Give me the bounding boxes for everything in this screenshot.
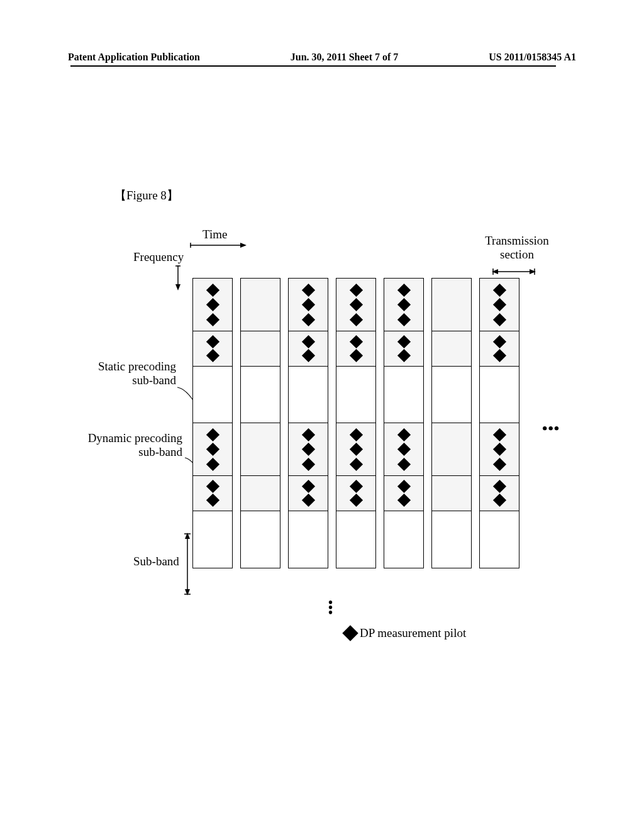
- static-precoding-label: Static precoding sub-band: [75, 360, 176, 387]
- dp-pilot-icon: [301, 283, 314, 296]
- dp-pilot-icon: [206, 298, 219, 311]
- dp-pilot-icon: [349, 335, 362, 348]
- dynamic-sub-band-cell: [241, 331, 280, 367]
- static-sub-band-cell: [289, 367, 328, 423]
- horizontal-continuation-icon: •••: [542, 420, 560, 437]
- pilot-markers: [384, 476, 423, 511]
- dynamic-sub-band-cell: [384, 279, 423, 331]
- dp-pilot-icon: [492, 457, 506, 470]
- dp-pilot-icon: [397, 349, 410, 362]
- figure-diagram: Time Frequency Transmission section Stat…: [89, 228, 555, 680]
- dynamic-sub-band-cell: [480, 331, 519, 367]
- pilot-markers: [336, 279, 375, 331]
- dynamic-sub-band-cell: [384, 476, 423, 511]
- dp-pilot-icon: [397, 313, 410, 326]
- static-sub-band-cell: [289, 511, 328, 568]
- static-sub-band-cell: [432, 367, 471, 423]
- dynamic-sub-band-cell: [336, 423, 375, 476]
- dp-pilot-icon: [397, 335, 410, 348]
- dp-pilot-icon: [397, 428, 410, 441]
- header-right: US 2011/0158345 A1: [489, 52, 576, 63]
- dynamic-sub-band-cell: [336, 331, 375, 367]
- pilot-markers: [289, 423, 328, 475]
- dp-pilot-icon: [206, 313, 219, 326]
- static-sub-band-cell: [241, 367, 280, 423]
- frequency-axis-arrow-icon: [174, 265, 182, 290]
- dynamic-sub-band-cell: [289, 423, 328, 476]
- dp-pilot-icon: [492, 443, 506, 456]
- pilot-markers: [289, 279, 328, 331]
- time-frequency-grid: [192, 278, 519, 568]
- pilot-markers: [193, 476, 232, 511]
- dynamic-sub-band-cell: [241, 476, 280, 511]
- dynamic-sub-band-cell: [193, 279, 232, 331]
- pilot-markers: [480, 331, 519, 366]
- dp-pilot-icon: [301, 298, 314, 311]
- dp-pilot-icon: [397, 298, 410, 311]
- dynamic-sub-band-cell: [241, 279, 280, 331]
- pilot-markers: [480, 423, 519, 475]
- dynamic-sub-band-cell: [193, 476, 232, 511]
- pilot-markers: [480, 279, 519, 331]
- dp-pilot-icon: [206, 349, 219, 362]
- pilot-markers: [193, 279, 232, 331]
- dp-pilot-icon: [301, 349, 314, 362]
- dp-pilot-icon: [349, 298, 362, 311]
- dynamic-sub-band-cell: [289, 476, 328, 511]
- pilot-markers: [289, 331, 328, 366]
- dp-pilot-icon: [206, 335, 219, 348]
- pilot-markers: [336, 476, 375, 511]
- frequency-axis-label: Frequency: [133, 250, 184, 264]
- dp-pilot-icon: [492, 349, 506, 362]
- pilot-markers: [336, 423, 375, 475]
- dynamic-sub-band-cell: [193, 423, 232, 476]
- sub-band-label: Sub-band: [133, 555, 179, 568]
- dp-pilot-icon: [206, 457, 219, 470]
- dp-pilot-icon: [397, 457, 410, 470]
- dp-pilot-icon: [206, 443, 219, 456]
- dp-pilot-icon: [349, 283, 362, 296]
- static-sub-band-cell: [336, 367, 375, 423]
- legend: DP measurement pilot: [345, 626, 466, 640]
- pilot-markers: [193, 331, 232, 366]
- header-center: Jun. 30, 2011 Sheet 7 of 7: [291, 52, 399, 63]
- static-sub-band-cell: [193, 367, 232, 423]
- dp-pilot-icon: [301, 494, 314, 507]
- pilot-markers: [384, 331, 423, 366]
- legend-text: DP measurement pilot: [360, 626, 466, 640]
- dynamic-sub-band-cell: [384, 423, 423, 476]
- dp-pilot-icon: [492, 313, 506, 326]
- transmission-section-arrow-icon: [492, 268, 536, 275]
- time-axis-arrow-icon: [190, 241, 247, 249]
- dynamic-sub-band-cell: [432, 476, 471, 511]
- dynamic-sub-band-cell: [241, 423, 280, 476]
- dynamic-sub-band-cell: [336, 476, 375, 511]
- pilot-markers: [336, 331, 375, 366]
- dp-pilot-icon: [301, 457, 314, 470]
- dp-pilot-icon: [301, 313, 314, 326]
- pilot-markers: [384, 423, 423, 475]
- dp-pilot-icon: [349, 480, 362, 493]
- dp-pilot-icon: [206, 428, 219, 441]
- dp-pilot-icon: [349, 443, 362, 456]
- transmission-section-label: Transmission section: [479, 234, 555, 262]
- static-sub-band-cell: [432, 511, 471, 568]
- dp-pilot-icon: [397, 494, 410, 507]
- grid-column: [336, 278, 376, 568]
- grid-column: [431, 278, 472, 568]
- static-sub-band-cell: [480, 367, 519, 423]
- dp-pilot-icon: [492, 494, 506, 507]
- dynamic-sub-band-cell: [193, 331, 232, 367]
- static-sub-band-cell: [480, 511, 519, 568]
- dynamic-sub-band-cell: [432, 423, 471, 476]
- dp-pilot-icon: [492, 335, 506, 348]
- dp-pilot-icon: [349, 428, 362, 441]
- dp-pilot-icon: [206, 494, 219, 507]
- dp-pilot-icon: [301, 480, 314, 493]
- dynamic-sub-band-cell: [384, 331, 423, 367]
- dynamic-sub-band-cell: [432, 331, 471, 367]
- dp-pilot-icon: [349, 457, 362, 470]
- dp-pilot-icon: [492, 480, 506, 493]
- grid-column: [192, 278, 233, 568]
- vertical-continuation-icon: •••: [328, 600, 333, 615]
